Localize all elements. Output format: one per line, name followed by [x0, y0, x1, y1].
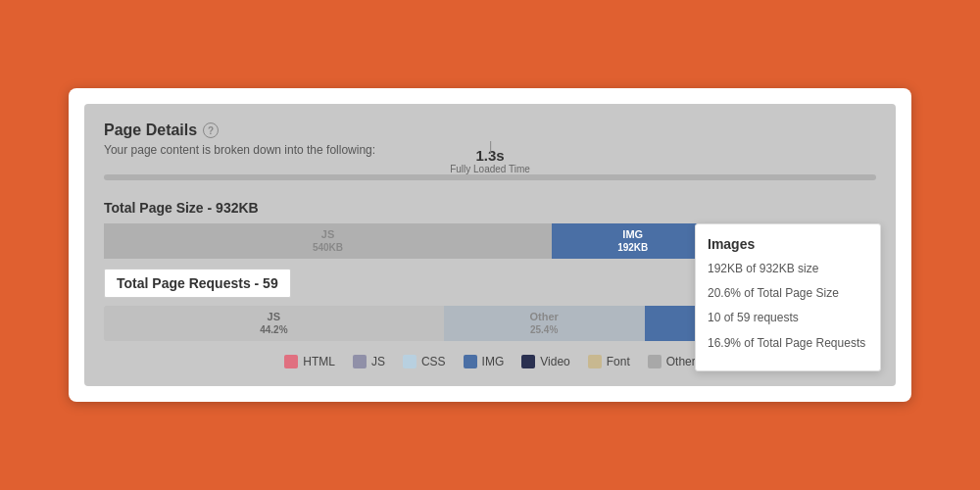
req-seg-other-pct: 25.4% [529, 324, 558, 336]
legend-label-html: HTML [303, 355, 335, 368]
timeline-container: 1.3s Fully Loaded Time [104, 174, 876, 180]
legend-item-img: IMG [464, 355, 505, 368]
timeline-label: Fully Loaded Time [450, 164, 530, 174]
legend-item-css: CSS [403, 355, 446, 368]
tooltip-line4: 16.9% of Total Page Requests [708, 334, 868, 353]
req-seg-js-label: JS 44.2% [260, 311, 287, 335]
legend-color-other [648, 355, 662, 368]
tooltip-line3: 10 of 59 requests [708, 309, 868, 327]
req-seg-other-label: Other 25.4% [529, 311, 558, 335]
page-size-label: Total Page Size - 932KB [104, 200, 876, 216]
size-seg-img: IMG 192KB [552, 223, 713, 259]
legend-label-css: CSS [421, 355, 446, 368]
page-details-panel: Page Details ? Your page content is brok… [84, 104, 896, 386]
timeline-marker-line [490, 141, 491, 153]
req-seg-js-pct: 44.2% [260, 324, 287, 336]
page-size-bar: JS 540KB IMG 192KB Images 192KB of 932KB… [104, 223, 876, 259]
size-seg-img-label: IMG 192KB [617, 228, 648, 253]
tooltip-line2: 20.6% of Total Page Size [708, 284, 868, 303]
size-seg-img-value: 192KB [617, 242, 648, 254]
legend-item-js: JS [353, 355, 385, 368]
legend-item-html: HTML [284, 355, 335, 368]
panel-title-text: Page Details [104, 122, 197, 139]
tooltip-title: Images [708, 236, 868, 252]
help-icon[interactable]: ? [203, 122, 219, 138]
panel-title-row: Page Details ? [104, 122, 876, 139]
tooltip-line1: 192KB of 932KB size [708, 260, 868, 278]
legend-label-video: Video [540, 355, 569, 368]
requests-label: Total Page Requests - 59 [117, 275, 278, 291]
legend-item-font: Font [588, 355, 630, 368]
legend-item-video: Video [521, 355, 569, 368]
legend-color-html [284, 355, 298, 368]
requests-header: Total Page Requests - 59 [104, 269, 291, 298]
legend-label-font: Font [607, 355, 630, 368]
req-seg-other-type: Other [529, 311, 558, 323]
legend-label-js: JS [371, 355, 385, 368]
size-seg-img-type: IMG [617, 228, 648, 241]
legend-color-img [464, 355, 477, 368]
legend-label-img: IMG [482, 355, 505, 368]
legend-color-js [353, 355, 367, 368]
size-seg-js-type: JS [313, 228, 343, 241]
outer-card: Page Details ? Your page content is brok… [69, 88, 911, 402]
size-seg-js: JS 540KB [104, 223, 552, 259]
req-seg-js: JS 44.2% [104, 306, 444, 341]
req-seg-other: Other 25.4% [444, 306, 645, 341]
timeline-marker: 1.3s Fully Loaded Time [450, 147, 530, 174]
legend-color-css [403, 355, 416, 368]
timeline-bar: 1.3s Fully Loaded Time [104, 174, 876, 180]
legend-color-font [588, 355, 602, 368]
legend-color-video [521, 355, 535, 368]
size-seg-js-label: JS 540KB [313, 228, 343, 253]
legend-item-other: Other [648, 355, 696, 368]
req-seg-js-type: JS [260, 311, 287, 323]
size-seg-js-value: 540KB [313, 242, 343, 254]
legend-label-other: Other [666, 355, 696, 368]
tooltip-box: Images 192KB of 932KB size 20.6% of Tota… [695, 223, 881, 371]
